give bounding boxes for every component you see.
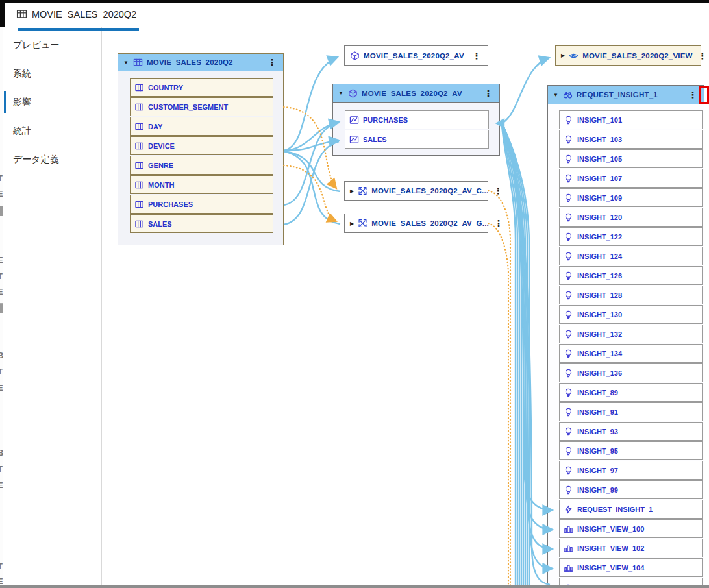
row-label: GENRE bbox=[148, 162, 173, 169]
row-label: INSIGHT_130 bbox=[577, 311, 622, 319]
row-label: DEVICE bbox=[148, 142, 175, 150]
node-row-insight_93[interactable]: INSIGHT_93 bbox=[559, 422, 703, 441]
node-header-av_c[interactable]: ▶MOVIE_SALES_2020Q2_AV_C...⋮ bbox=[344, 181, 488, 201]
table-icon bbox=[16, 8, 27, 19]
node-row-day[interactable]: DAY bbox=[130, 117, 273, 136]
lightning-icon bbox=[564, 504, 573, 515]
row-label: PURCHASES bbox=[148, 201, 193, 208]
node-row-insight_134[interactable]: INSIGHT_134 bbox=[559, 344, 703, 363]
node-row-genre[interactable]: GENRE bbox=[130, 156, 273, 175]
row-label: CUSTOMER_SEGMENT bbox=[148, 103, 228, 111]
overflow-menu-icon[interactable]: ⋮ bbox=[687, 90, 699, 99]
binoculars-icon bbox=[563, 90, 573, 100]
collapse-toggle-icon[interactable]: ▼ bbox=[338, 90, 344, 96]
node-row-insight_124[interactable]: INSIGHT_124 bbox=[559, 247, 703, 265]
node-row-insight_97[interactable]: INSIGHT_97 bbox=[559, 461, 703, 480]
measure-icon bbox=[349, 115, 359, 125]
node-row-insight_126[interactable]: INSIGHT_126 bbox=[559, 266, 703, 285]
window-bottom-edge bbox=[0, 585, 709, 588]
node-row-insight_120[interactable]: INSIGHT_120 bbox=[559, 208, 703, 227]
node-row-insight_view_100[interactable]: INSIGHT_VIEW_100 bbox=[559, 519, 703, 538]
node-title: MOVIE_SALES_2020Q2_AV bbox=[364, 52, 464, 60]
bulb-icon bbox=[564, 485, 573, 495]
row-label: INSIGHT_97 bbox=[577, 467, 618, 474]
node-row-insight_101[interactable]: INSIGHT_101 bbox=[559, 110, 703, 129]
node-row-insight_130[interactable]: INSIGHT_130 bbox=[559, 305, 703, 324]
overflow-menu-icon[interactable]: ⋮ bbox=[471, 51, 482, 60]
node-row-insight_91[interactable]: INSIGHT_91 bbox=[559, 402, 703, 421]
node-header-av_top[interactable]: MOVIE_SALES_2020Q2_AV⋮ bbox=[344, 45, 488, 66]
node-row-insight_99[interactable]: INSIGHT_99 bbox=[559, 480, 703, 499]
row-label: INSIGHT_VIEW_102 bbox=[577, 545, 644, 552]
overflow-menu-icon[interactable]: ⋮ bbox=[492, 186, 504, 195]
overflow-menu-icon[interactable]: ⋮ bbox=[266, 58, 278, 67]
bulb-icon bbox=[564, 154, 573, 164]
node-row-insight_view_104[interactable]: INSIGHT_VIEW_104 bbox=[559, 558, 703, 577]
bulb-icon bbox=[564, 349, 573, 359]
bulb-icon bbox=[564, 310, 573, 320]
node-row-insight_89[interactable]: INSIGHT_89 bbox=[559, 383, 703, 402]
bulb-icon bbox=[564, 387, 573, 398]
node-header-view[interactable]: ▶MOVIE_SALES_2020Q2_VIEW⋮ bbox=[555, 45, 701, 66]
expand-toggle-icon[interactable]: ▶ bbox=[350, 188, 354, 194]
row-label: PURCHASES bbox=[363, 116, 408, 124]
node-av_top: MOVIE_SALES_2020Q2_AV⋮ bbox=[344, 45, 488, 66]
sidebar-item-0[interactable]: プレビュー bbox=[13, 35, 59, 55]
node-header-av[interactable]: ▼MOVIE_SALES_2020Q2_AV⋮ bbox=[332, 84, 500, 103]
node-row-purchases[interactable]: PURCHASES bbox=[345, 110, 489, 129]
node-row-device[interactable]: DEVICE bbox=[130, 136, 273, 155]
sidebar-item-1[interactable]: 系統 bbox=[13, 64, 31, 83]
node-row-country[interactable]: COUNTRY bbox=[130, 78, 273, 97]
row-label: INSIGHT_91 bbox=[577, 408, 618, 416]
node-row-insight_105[interactable]: INSIGHT_105 bbox=[559, 149, 703, 168]
node-row-customer_segment[interactable]: CUSTOMER_SEGMENT bbox=[130, 97, 273, 116]
node-row-insight_95[interactable]: INSIGHT_95 bbox=[559, 441, 703, 460]
node-row-insight_132[interactable]: INSIGHT_132 bbox=[559, 325, 703, 343]
collapse-toggle-icon[interactable]: ▼ bbox=[123, 60, 129, 66]
bulb-icon bbox=[564, 290, 573, 300]
tab-title: MOVIE_SALES_2020Q2 bbox=[32, 9, 136, 19]
node-row-purchases[interactable]: PURCHASES bbox=[130, 195, 273, 214]
node-title: MOVIE_SALES_2020Q2 bbox=[147, 58, 233, 66]
bulb-icon bbox=[564, 173, 573, 184]
bulb-icon bbox=[564, 368, 573, 378]
node-row-month[interactable]: MONTH bbox=[130, 175, 273, 194]
expand-toggle-icon[interactable]: ▶ bbox=[350, 221, 354, 227]
node-table: ▼MOVIE_SALES_2020Q2⋮COUNTRYCUSTOMER_SEGM… bbox=[118, 53, 284, 245]
row-label: INSIGHT_95 bbox=[577, 447, 618, 455]
node-title: REQUEST_INSIGHT_1 bbox=[577, 91, 658, 99]
row-label: INSIGHT_122 bbox=[577, 233, 622, 241]
diagram-canvas: ▼MOVIE_SALES_2020Q2⋮COUNTRYCUSTOMER_SEGM… bbox=[102, 27, 709, 585]
row-label: DAY bbox=[148, 123, 162, 130]
node-row-insight_136[interactable]: INSIGHT_136 bbox=[559, 363, 703, 382]
node-header-table[interactable]: ▼MOVIE_SALES_2020Q2⋮ bbox=[118, 53, 284, 71]
collapse-toggle-icon[interactable]: ▼ bbox=[553, 92, 559, 98]
overflow-menu-icon[interactable]: ⋮ bbox=[493, 219, 504, 228]
node-header-av_g[interactable]: ▶MOVIE_SALES_2020Q2_AV_G...⋮ bbox=[344, 214, 488, 233]
column-icon bbox=[134, 219, 144, 229]
expand-toggle-icon[interactable]: ▶ bbox=[561, 53, 565, 58]
row-label: COUNTRY bbox=[148, 84, 183, 92]
node-row-sales[interactable]: SALES bbox=[345, 130, 489, 149]
overflow-menu-icon[interactable]: ⋮ bbox=[482, 89, 494, 98]
node-header-request[interactable]: ▼REQUEST_INSIGHT_1⋮ bbox=[547, 85, 704, 104]
bulb-icon bbox=[564, 329, 573, 339]
sidebar-item-2[interactable]: 影響 bbox=[13, 92, 31, 112]
eye-icon bbox=[569, 51, 578, 61]
overflow-menu-icon[interactable]: ⋮ bbox=[697, 51, 708, 60]
node-row-insight_107[interactable]: INSIGHT_107 bbox=[559, 169, 703, 188]
node-row-sales[interactable]: SALES bbox=[130, 214, 273, 233]
node-title: MOVIE_SALES_2020Q2_VIEW bbox=[582, 52, 693, 60]
row-label: INSIGHT_VIEW_100 bbox=[577, 525, 644, 533]
node-row-insight_128[interactable]: INSIGHT_128 bbox=[559, 286, 703, 304]
node-row-request_insight_1[interactable]: REQUEST_INSIGHT_1 bbox=[559, 500, 703, 519]
sidebar-item-4[interactable]: データ定義 bbox=[13, 149, 59, 169]
node-av_c: ▶MOVIE_SALES_2020Q2_AV_C...⋮ bbox=[344, 181, 488, 201]
node-row-insight_109[interactable]: INSIGHT_109 bbox=[559, 188, 703, 207]
sidebar-item-3[interactable]: 統計 bbox=[13, 121, 31, 140]
tab-movie-sales[interactable]: MOVIE_SALES_2020Q2 bbox=[16, 8, 136, 19]
node-request: ▼REQUEST_INSIGHT_1⋮INSIGHT_101INSIGHT_10… bbox=[547, 85, 704, 588]
node-row-insight_103[interactable]: INSIGHT_103 bbox=[559, 130, 703, 149]
node-row-insight_122[interactable]: INSIGHT_122 bbox=[559, 227, 703, 246]
node-row-insight_view_102[interactable]: INSIGHT_VIEW_102 bbox=[559, 539, 703, 557]
